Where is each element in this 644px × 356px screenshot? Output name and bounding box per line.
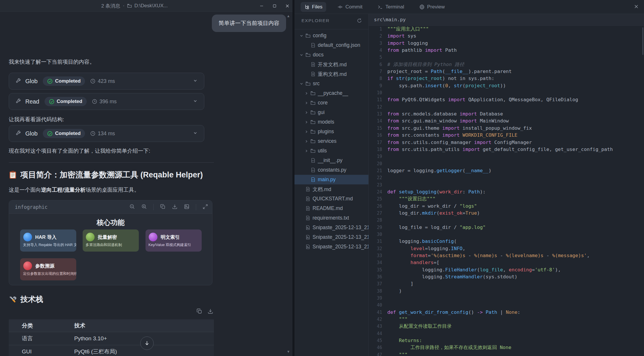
tree-item-services[interactable]: services xyxy=(294,136,368,146)
zoom-in-icon[interactable] xyxy=(141,204,147,211)
tree-item--.md[interactable]: 文档.md xyxy=(294,184,368,194)
tree-item-docs[interactable]: docs xyxy=(294,50,368,60)
tree-item-requirements.txt[interactable]: requirements.txt xyxy=(294,213,368,223)
ide-panel: Files Commit Terminal Preview EXPLORER xyxy=(294,0,644,356)
close-button[interactable] xyxy=(284,3,290,9)
line-number: 25 xyxy=(369,195,382,202)
file-img-icon xyxy=(306,244,310,249)
duration: 134 ms xyxy=(90,131,115,137)
assistant-message: 我来快速了解一下当前项目的内容。 xyxy=(9,58,95,65)
table-actions xyxy=(196,308,213,315)
download-icon[interactable] xyxy=(207,308,213,315)
chev-down-icon[interactable] xyxy=(300,53,303,57)
line-number: 3 xyxy=(369,40,382,47)
download-icon[interactable] xyxy=(172,204,178,211)
status-badge: Completed xyxy=(45,97,87,106)
refresh-icon[interactable] xyxy=(357,18,362,24)
code-area[interactable]: 1"""应用主入口"""2import sys3import logging4f… xyxy=(369,26,644,356)
tree-item-core[interactable]: core xyxy=(294,98,368,108)
chev-right-icon[interactable] xyxy=(305,120,308,124)
folder-icon xyxy=(306,52,311,57)
tree-item-plugins[interactable]: plugins xyxy=(294,127,368,136)
tab-files[interactable]: Files xyxy=(301,2,326,12)
code-line: 16from src.constants import WORKDIR_CONF… xyxy=(369,132,644,139)
chevron-down-icon[interactable] xyxy=(193,131,198,136)
tree-item--.md[interactable]: 重构文档.md xyxy=(294,69,368,79)
code-line: 31 logging.basicConfig( xyxy=(369,238,644,245)
chev-right-icon[interactable] xyxy=(305,149,308,153)
tool-call-card[interactable]: Glob Completed 423 ms xyxy=(9,73,204,90)
status-badge: Completed xyxy=(43,76,85,86)
expand-icon[interactable] xyxy=(203,204,208,211)
chev-down-icon[interactable] xyxy=(300,82,303,86)
chevron-down-icon[interactable] xyxy=(193,78,198,84)
tree-item-label: src xyxy=(313,81,320,87)
copy-icon[interactable] xyxy=(160,204,166,211)
code-line: 41def get_work_dir_from_config() -> Path… xyxy=(369,309,644,316)
tree-item-constants.py[interactable]: constants.py xyxy=(294,165,368,175)
line-number: 46 xyxy=(369,344,382,351)
file-img-icon xyxy=(306,225,310,230)
scrollbar-up-arrow[interactable]: ▲ xyxy=(287,14,290,18)
section-heading: 项目简介：加密流量参数溯源工具 (Reqable Helper) xyxy=(9,170,203,180)
tree-item-utils[interactable]: utils xyxy=(294,146,368,156)
scroll-to-bottom-button[interactable] xyxy=(140,337,154,350)
maximize-button[interactable] xyxy=(272,3,277,9)
close-panel-icon[interactable] xyxy=(634,4,639,10)
status-text: Completed xyxy=(55,131,81,136)
tree-item-Snipaste_2025-12-13_21[interactable]: Snipaste_2025-12-13_21 xyxy=(294,223,368,232)
tree-item-__init__.py[interactable]: __init__.py xyxy=(294,156,368,165)
chev-right-icon[interactable] xyxy=(305,140,308,143)
tree-item-label: models xyxy=(318,119,334,125)
code-line: 12 xyxy=(369,104,644,111)
minimize-button[interactable] xyxy=(259,3,265,9)
tab-preview[interactable]: Preview xyxy=(416,2,448,12)
code-line: 15from src.gui.theme import install_popu… xyxy=(369,125,644,132)
code-line: 35 logging.FileHandler(log_file, encodin… xyxy=(369,266,644,273)
check-circle-icon xyxy=(47,79,53,84)
tree-item-README.md[interactable]: README.md xyxy=(294,204,368,213)
tree-item-config[interactable]: config xyxy=(294,31,368,40)
code-line: 20 xyxy=(369,160,644,167)
infographic-title: 核心功能 xyxy=(9,218,212,227)
chev-down-icon[interactable] xyxy=(300,34,303,38)
zoom-out-icon[interactable] xyxy=(129,204,135,211)
tree-item-src[interactable]: src xyxy=(294,79,368,88)
line-number: 26 xyxy=(369,203,382,210)
file-img-icon xyxy=(306,235,310,240)
copy-icon[interactable] xyxy=(196,308,202,315)
line-number: 7 xyxy=(369,68,382,75)
tree-item-gui[interactable]: gui xyxy=(294,108,368,117)
tree-item-Snipaste_2025-12-13_21[interactable]: Snipaste_2025-12-13_21 xyxy=(294,232,368,242)
tree-item-models[interactable]: models xyxy=(294,117,368,127)
folder-icon xyxy=(311,129,315,134)
tab-commit[interactable]: Commit xyxy=(334,2,366,12)
chat-scroll-area[interactable]: ▲ ▼ 简单讲一下当前项目内容 我来快速了解一下当前项目的内容。 Glob Co… xyxy=(0,12,292,356)
tree-item-main.py[interactable]: main.py xyxy=(294,175,368,184)
explorer-divider xyxy=(294,29,368,29)
editor-scrollbar-thumb[interactable] xyxy=(642,27,643,55)
chev-right-icon[interactable] xyxy=(305,101,308,105)
scrollbar-down-arrow[interactable]: ▼ xyxy=(287,350,290,354)
code-line: 37 ] xyxy=(369,280,644,287)
tab-terminal[interactable]: Terminal xyxy=(374,2,408,12)
line-number: 1 xyxy=(369,26,382,33)
line-number: 34 xyxy=(369,259,382,266)
tree-item-QUICKSTART.md[interactable]: QUICKSTART.md xyxy=(294,194,368,204)
file-tree: configdefault_config.jsondocs开发文档.md重构文档… xyxy=(294,31,368,252)
tool-call-card[interactable]: Read Completed 396 ms xyxy=(9,93,204,110)
chev-right-icon[interactable] xyxy=(305,130,308,134)
line-number: 33 xyxy=(369,252,382,259)
message-count-label: 2 条消息 xyxy=(101,3,120,9)
duration: 423 ms xyxy=(90,78,115,84)
tree-item--.md[interactable]: 开发文档.md xyxy=(294,60,368,69)
chev-right-icon[interactable] xyxy=(305,111,308,114)
tree-item-__pycache__[interactable]: __pycache__ xyxy=(294,88,368,98)
tree-item-Snipaste_2025-12-13_21[interactable]: Snipaste_2025-12-13_21 xyxy=(294,242,368,252)
tree-item-default_config.json[interactable]: default_config.json xyxy=(294,40,368,50)
line-number: 18 xyxy=(369,146,382,153)
chev-right-icon[interactable] xyxy=(305,92,308,95)
chevron-down-icon[interactable] xyxy=(193,99,198,104)
image-icon[interactable] xyxy=(184,204,189,211)
tool-call-card[interactable]: Glob Completed 134 ms xyxy=(9,125,204,142)
